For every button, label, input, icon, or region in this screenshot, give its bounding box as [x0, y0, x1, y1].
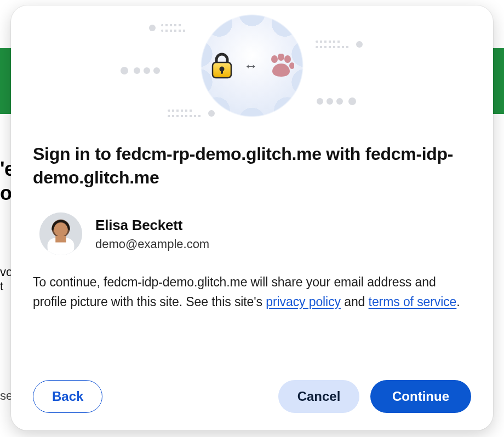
decoration-dots	[149, 24, 186, 32]
hero-illustration: ↔	[11, 5, 493, 131]
avatar	[39, 212, 82, 255]
lock-icon	[210, 52, 234, 79]
svg-rect-2	[221, 70, 223, 74]
hero-badge: ↔	[200, 14, 304, 118]
svg-point-4	[278, 54, 284, 61]
dialog-heading: Sign in to fedcm-rp-demo.glitch.me with …	[33, 142, 471, 189]
account-row: Elisa Beckett demo@example.com	[39, 212, 471, 255]
consent-text-middle: and	[341, 295, 369, 309]
svg-point-9	[54, 223, 67, 237]
decoration-dots	[317, 97, 356, 105]
terms-of-service-link[interactable]: terms of service	[369, 295, 457, 309]
exchange-arrow-icon: ↔	[244, 58, 258, 74]
svg-point-3	[271, 55, 278, 63]
consent-text-after: .	[456, 295, 460, 309]
consent-text: To continue, fedcm-idp-demo.glitch.me wi…	[33, 273, 471, 312]
decoration-dots	[121, 67, 160, 74]
svg-rect-11	[55, 236, 66, 243]
account-email: demo@example.com	[95, 237, 209, 251]
svg-point-6	[289, 62, 294, 69]
dialog-button-bar: Back Cancel Continue	[33, 380, 471, 413]
back-button[interactable]: Back	[33, 380, 102, 413]
signin-dialog: ↔ Sign in to fedcm-rp-demo.glitch.me w	[11, 5, 493, 430]
account-name: Elisa Beckett	[95, 217, 209, 234]
svg-point-5	[284, 55, 291, 63]
decoration-dots	[316, 41, 363, 48]
background-side-text-2: t	[0, 279, 3, 294]
paw-icon	[268, 54, 294, 78]
cancel-button[interactable]: Cancel	[278, 380, 359, 413]
continue-button[interactable]: Continue	[370, 380, 471, 413]
privacy-policy-link[interactable]: privacy policy	[266, 295, 341, 309]
